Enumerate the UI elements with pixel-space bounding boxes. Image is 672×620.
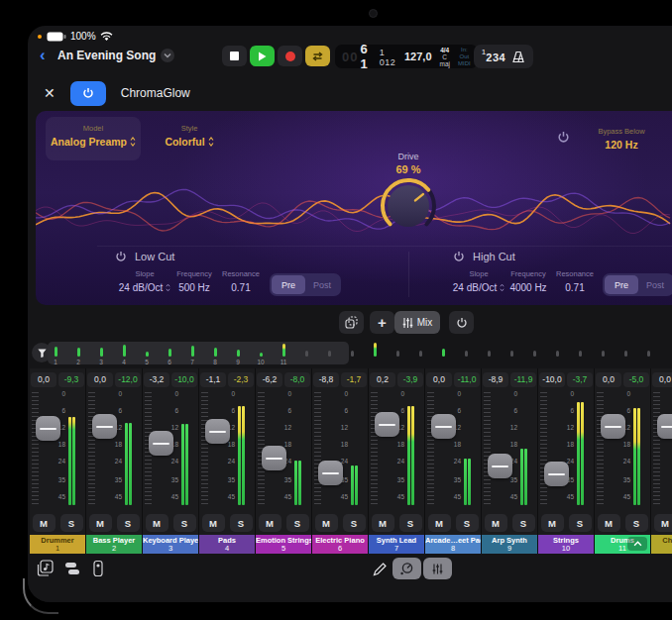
- mixer-power-button[interactable]: [449, 311, 474, 334]
- fader-handle[interactable]: [318, 461, 343, 485]
- track-name-plate[interactable]: Chorus V: [651, 535, 672, 554]
- play-button[interactable]: [250, 46, 275, 66]
- track-name-plate[interactable]: Arcade…eet Pad 8: [425, 535, 481, 554]
- fader-strip-icon[interactable]: [91, 560, 105, 577]
- track-name-plate[interactable]: Pads 4: [199, 535, 255, 554]
- pre-option[interactable]: Pre: [272, 275, 305, 294]
- solo-button[interactable]: S: [117, 514, 140, 532]
- cycle-button[interactable]: [305, 46, 330, 66]
- solo-button[interactable]: S: [286, 514, 309, 532]
- high-cut-resonance[interactable]: Resonance 0.71: [537, 269, 613, 293]
- mute-button[interactable]: M: [33, 514, 56, 532]
- fader-handle[interactable]: [205, 419, 230, 444]
- solo-button[interactable]: S: [60, 514, 83, 532]
- loop-browser-icon[interactable]: [36, 560, 56, 577]
- record-button[interactable]: [278, 46, 302, 66]
- mute-button[interactable]: M: [541, 514, 564, 532]
- mute-button[interactable]: M: [598, 514, 620, 532]
- solo-button[interactable]: S: [399, 514, 422, 532]
- volume-value[interactable]: -8,9: [483, 372, 508, 387]
- mute-button[interactable]: M: [372, 514, 394, 532]
- pre-option[interactable]: Pre: [605, 275, 638, 294]
- plugin-power-button[interactable]: [70, 81, 106, 106]
- mute-button[interactable]: M: [146, 514, 168, 532]
- volume-value[interactable]: 0,0: [652, 372, 672, 387]
- solo-button[interactable]: S: [230, 514, 253, 532]
- track-name-plate[interactable]: Drummer 1: [30, 535, 85, 554]
- close-plugin-icon[interactable]: ✕: [44, 85, 56, 101]
- section-divider: [97, 246, 672, 247]
- smart-controls-button[interactable]: [392, 558, 421, 579]
- fader-handle[interactable]: [601, 414, 625, 439]
- mute-button[interactable]: M: [315, 514, 338, 532]
- add-track-button[interactable]: +: [370, 311, 394, 334]
- bypass-power-icon[interactable]: [557, 131, 570, 144]
- post-option[interactable]: Post: [305, 275, 339, 294]
- track-name-plate[interactable]: Arp Synth 9: [482, 535, 537, 554]
- low-cut-power-icon[interactable]: [115, 251, 127, 262]
- low-cut-pre-post-toggle[interactable]: Pre Post: [270, 273, 341, 296]
- fader-handle[interactable]: [149, 431, 173, 456]
- track-name-plate[interactable]: Emotion Strings 5: [256, 535, 311, 554]
- low-cut-resonance[interactable]: Resonance 0.71: [203, 269, 279, 293]
- lcd-display[interactable]: 00 6 1 1 012 127,0 4/4 C maj In: Out MID…: [335, 45, 478, 68]
- back-button[interactable]: ‹: [40, 47, 46, 64]
- fader-handle[interactable]: [657, 414, 672, 439]
- track-name-plate[interactable]: Bass Player 2: [86, 535, 142, 554]
- solo-button[interactable]: S: [173, 514, 196, 532]
- browser-icon[interactable]: [63, 560, 81, 577]
- track-overview-strip[interactable]: 1234567891011: [28, 342, 672, 365]
- fader-handle[interactable]: [262, 446, 286, 470]
- solo-button[interactable]: S: [343, 514, 366, 532]
- track-name-plate[interactable]: Electric Piano 6: [312, 535, 368, 554]
- mute-button[interactable]: M: [654, 514, 672, 532]
- mute-button[interactable]: M: [89, 514, 112, 532]
- metronome-icon[interactable]: [511, 51, 525, 63]
- solo-button[interactable]: S: [569, 514, 592, 532]
- track-name-plate[interactable]: Keyboard Player 3: [143, 535, 198, 554]
- solo-button[interactable]: S: [625, 514, 648, 532]
- stop-button[interactable]: [222, 46, 247, 66]
- high-cut-pre-post-toggle[interactable]: Pre Post: [603, 273, 672, 296]
- count-in-button[interactable]: 1234: [482, 48, 505, 65]
- count-in-metronome-group[interactable]: 1234: [474, 45, 533, 68]
- fader-handle[interactable]: [431, 414, 456, 439]
- track-name-plate[interactable]: Synth Lead 7: [369, 535, 424, 554]
- track-name-plate[interactable]: Strings 10: [538, 535, 594, 554]
- solo-button[interactable]: S: [512, 514, 535, 532]
- track-name-plate[interactable]: Drums 11: [595, 535, 650, 554]
- song-menu-chevron-icon[interactable]: [161, 49, 174, 62]
- level-control[interactable]: Level 0.0: [642, 120, 672, 151]
- fader-handle[interactable]: [92, 414, 117, 439]
- style-selector[interactable]: Style Colorful: [147, 117, 232, 160]
- post-option[interactable]: Post: [638, 275, 672, 294]
- mixer-view-button[interactable]: [423, 558, 452, 579]
- model-selector[interactable]: Model Analog Preamp: [46, 117, 141, 160]
- fader-handle[interactable]: [36, 416, 60, 441]
- song-title[interactable]: An Evening Song: [57, 49, 174, 62]
- solo-button[interactable]: S: [456, 514, 479, 532]
- collapse-chevron-button[interactable]: [627, 537, 647, 551]
- fader-handle[interactable]: [488, 454, 512, 478]
- mute-button[interactable]: M: [259, 514, 281, 532]
- volume-value[interactable]: 0,0: [596, 372, 621, 387]
- mute-button[interactable]: M: [485, 514, 507, 532]
- volume-value[interactable]: -1,1: [200, 372, 226, 387]
- volume-value[interactable]: -3,2: [144, 372, 169, 387]
- volume-value[interactable]: -10,0: [539, 372, 565, 387]
- pencil-icon[interactable]: [373, 562, 388, 576]
- volume-value[interactable]: 0,0: [426, 372, 452, 387]
- high-cut-power-icon[interactable]: [453, 251, 465, 262]
- volume-value[interactable]: 0,0: [87, 372, 113, 387]
- mix-button[interactable]: Mix: [394, 311, 440, 334]
- volume-value[interactable]: 0,2: [370, 372, 395, 387]
- duplicate-button[interactable]: [339, 311, 364, 334]
- volume-value[interactable]: -8,8: [313, 372, 339, 387]
- volume-value[interactable]: -6,2: [257, 372, 282, 387]
- volume-value[interactable]: 0,0: [31, 372, 56, 387]
- mute-button[interactable]: M: [202, 514, 225, 532]
- fader-handle[interactable]: [375, 412, 399, 437]
- drive-knob[interactable]: [377, 174, 440, 238]
- mute-button[interactable]: M: [428, 514, 451, 532]
- fader-handle[interactable]: [544, 462, 569, 486]
